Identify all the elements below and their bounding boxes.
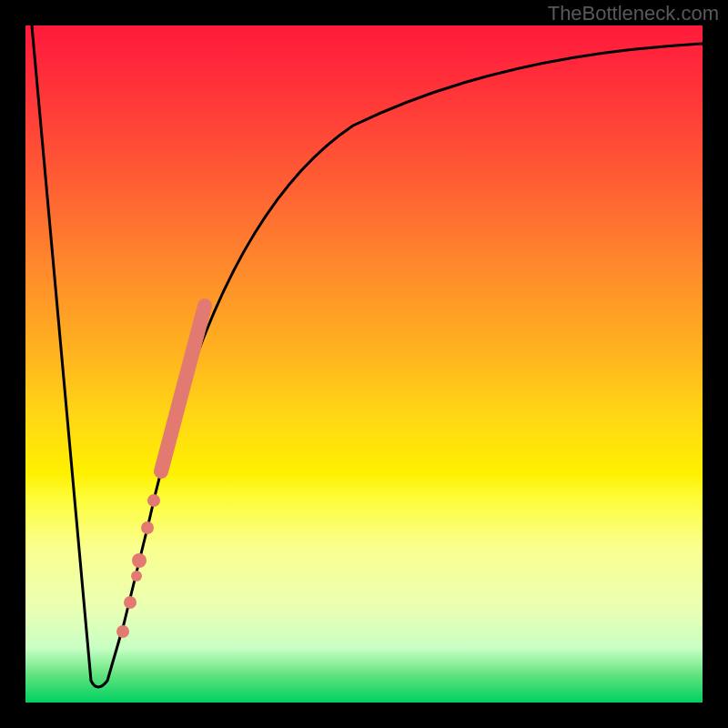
bottleneck-curve (32, 25, 703, 687)
highlight-segment-thick (161, 306, 205, 471)
credit-label: TheBottleneck.com (548, 2, 719, 25)
plot-area (25, 25, 703, 703)
highlight-dot (116, 625, 129, 638)
highlight-dot (124, 596, 136, 609)
chart-svg (25, 25, 703, 703)
highlight-dot (141, 521, 154, 534)
highlight-dot (131, 571, 142, 581)
highlight-dot (147, 494, 160, 507)
highlight-dot (132, 553, 147, 568)
chart-frame: TheBottleneck.com (0, 0, 728, 728)
